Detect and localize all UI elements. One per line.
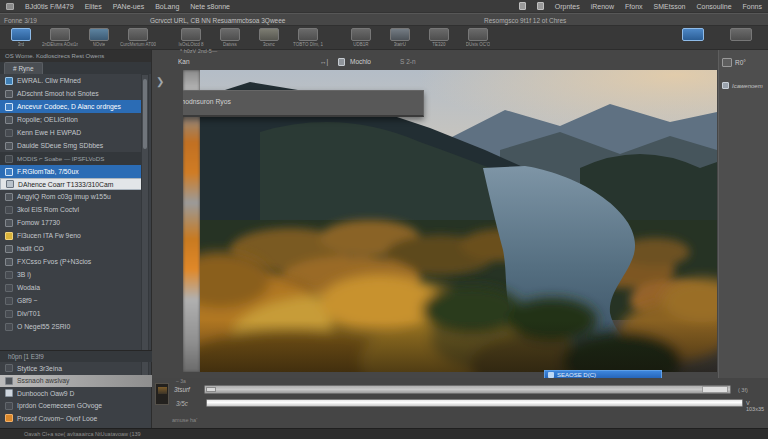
- list-item[interactable]: 3B i): [0, 268, 144, 281]
- slider1-value: ( 3f): [738, 387, 748, 393]
- menu-item-image[interactable]: PANe-ues: [113, 3, 144, 10]
- list-item[interactable]: AngylQ Rom c03g imup w155u: [0, 190, 144, 203]
- tool-label: TE320: [432, 42, 445, 47]
- tool-button[interactable]: IsOsLOtcd 8: [174, 28, 208, 47]
- format-icon: [5, 297, 13, 305]
- list-item[interactable]: FXCsso Fvos (P+N3cios: [0, 255, 144, 268]
- list-item[interactable]: Iprdon Coemeceen GOvoge: [0, 400, 152, 413]
- tool-button[interactable]: DUsts OC'O: [461, 28, 495, 47]
- info-right-label: Resomgsco 9t1f 12 ot Chres: [484, 17, 566, 24]
- list-item[interactable]: Fl3ucen ITA Fw 9eno: [0, 229, 144, 242]
- tool-button[interactable]: 2nDElums AOst1ms: [43, 28, 77, 47]
- toolbar-right-group: [676, 28, 764, 42]
- tool-icon: [259, 28, 279, 41]
- list-item[interactable]: Dauide SDeue Smg SDbbes: [0, 139, 144, 152]
- folder-icon: [5, 116, 13, 124]
- menu-item-review[interactable]: iRenow: [591, 3, 614, 10]
- list-item[interactable]: Ropolie; OELIGrtlon: [0, 113, 144, 126]
- list-item[interactable]: Div/T01: [0, 307, 144, 320]
- menu-item-filter[interactable]: Ffonx: [625, 3, 643, 10]
- list-item[interactable]: 3kol ElS Rom Coctvl: [0, 203, 144, 216]
- list-item[interactable]: Kenn Ewe H EWPAD: [0, 126, 144, 139]
- slider1-start-box[interactable]: [206, 387, 216, 392]
- collapse-panel-chevron-icon[interactable]: ❯: [156, 76, 164, 87]
- list-item[interactable]: EWRAL. Cllw FMned: [0, 74, 144, 87]
- list-item-label: Ropolie; OELIGrtlon: [17, 116, 78, 123]
- menu-item-edit[interactable]: Elites: [85, 3, 102, 10]
- tool-button[interactable]: 3tatrU: [383, 28, 417, 47]
- checkbox-icon[interactable]: [5, 389, 13, 397]
- list-item-label: Prosof Covom~ Ovof Looe: [17, 415, 97, 422]
- list-item-selected[interactable]: F.RGlomTab, 7/50ux: [0, 165, 144, 178]
- list-item[interactable]: ADschnt Smoot hot Snotes: [0, 87, 144, 100]
- pen-icon: [6, 180, 14, 188]
- list-item-label: 3B i): [17, 271, 31, 278]
- tool-button[interactable]: Datvss: [213, 28, 247, 47]
- swatch-icon: [5, 377, 13, 385]
- filmstrip-thumbnail-icon[interactable]: [155, 383, 169, 405]
- list-item[interactable]: Dunbooch Oaw9 D: [0, 387, 152, 400]
- photo-canvas[interactable]: Amodnsuron Ryos: [183, 70, 717, 372]
- menu-item-fonts[interactable]: Fonns: [743, 3, 762, 10]
- checkbox-icon[interactable]: [722, 82, 729, 89]
- list-item-editing[interactable]: DAhence Coarr T1333/310Cam: [0, 178, 144, 190]
- list-item[interactable]: G8f9 ~: [0, 294, 144, 307]
- menu-item-file[interactable]: BJd0tls F/M479: [25, 3, 74, 10]
- tool-label: CurcMsrtum AT001: [120, 42, 156, 47]
- options-left-label[interactable]: Kan: [178, 58, 190, 65]
- slider2-track[interactable]: [206, 399, 743, 407]
- menubar: BJd0tls F/M479 Elites PANe-ues BoLang Ne…: [0, 0, 768, 13]
- dropdown-overlay-panel[interactable]: Amodnsuron Ryos: [183, 90, 424, 117]
- dot-icon: [5, 129, 13, 137]
- info-left-label: Fonne 3/19: [4, 17, 37, 24]
- tool-button[interactable]: NOvte: [82, 28, 116, 47]
- list-item[interactable]: Prosof Covom~ Ovof Looe: [0, 412, 152, 425]
- list-item[interactable]: Fomow 17730: [0, 216, 144, 229]
- slider1-handle[interactable]: [702, 386, 728, 393]
- list-item-highlighted[interactable]: Sssnaoh awslvay: [0, 375, 152, 388]
- tool-label: TOBTO DIm, 1: [293, 42, 323, 47]
- tool-button[interactable]: CurcMsrtum AT001: [121, 28, 155, 47]
- panel-icon[interactable]: [537, 2, 544, 10]
- list-item[interactable]: hadit CO: [0, 242, 144, 255]
- tool-icon: [298, 28, 318, 41]
- slider2-value: V 103x35: [746, 400, 768, 412]
- slider1-track[interactable]: [204, 385, 731, 394]
- options-right-label: S 2-n: [400, 58, 416, 65]
- sidebar-list: EWRAL. Cllw FMned ADschnt Smoot hot Snot…: [0, 74, 144, 333]
- list-item[interactable]: Wodaia: [0, 281, 144, 294]
- tool-icon: [730, 28, 752, 41]
- menu-item-layer[interactable]: BoLang: [155, 3, 179, 10]
- tool-button[interactable]: [676, 28, 710, 42]
- list-item-selected[interactable]: Ancevur Codoec, D Alanc ordnges: [0, 100, 144, 113]
- menu-item-console[interactable]: Consouline: [697, 3, 732, 10]
- sidebar-header: OS Wome. Kodloscirecs Rest Owens: [0, 50, 151, 62]
- canvas-top-note: * h0zV 2nd-5—: [180, 48, 217, 54]
- move-icon[interactable]: ↔|: [320, 58, 328, 65]
- sidebar-tab[interactable]: # Ryne: [4, 62, 43, 74]
- tool-button[interactable]: TE320: [422, 28, 456, 47]
- list-item[interactable]: O Negel55 2SRI0: [0, 320, 144, 333]
- tool-button[interactable]: 3csnc: [252, 28, 286, 47]
- document-icon: [5, 90, 13, 98]
- tool-button-selected[interactable]: 3rd: [4, 28, 38, 47]
- bottom-slider-strip: – 3a 3tsurf ( 3f) 3/5c V 103x35 amuse ha…: [152, 378, 768, 428]
- tool-label: 3rd: [18, 42, 25, 47]
- sidebar-scrollbar[interactable]: [141, 74, 149, 384]
- slider1-label: 3tsurf: [174, 386, 190, 393]
- slider-icon: [5, 142, 13, 150]
- tool-button[interactable]: [724, 28, 758, 42]
- tool-button[interactable]: UDB1R: [344, 28, 378, 47]
- options-tool-label[interactable]: Mochlo: [350, 58, 371, 65]
- menu-item-session[interactable]: SMEtsson: [654, 3, 686, 10]
- menu-item-options[interactable]: Orpntes: [555, 3, 580, 10]
- menu-item-select[interactable]: Nete s8onne: [190, 3, 230, 10]
- scrollbar-thumb[interactable]: [143, 79, 147, 149]
- section-header-label: MODIS ⌐ Soabe — IPSFLVoDS: [17, 155, 104, 162]
- list-item[interactable]: Stytlce 3r3eina: [0, 362, 152, 375]
- info-bar: Fonne 3/19 Gcrvcct URL, CB NN Resuammcbs…: [0, 13, 768, 26]
- document-icon[interactable]: [519, 2, 526, 10]
- tool-button[interactable]: TOBTO DIm, 1: [291, 28, 325, 47]
- rotation-control[interactable]: R0°: [722, 58, 746, 67]
- list-item-label: DAhence Coarr T1333/310Cam: [18, 181, 113, 188]
